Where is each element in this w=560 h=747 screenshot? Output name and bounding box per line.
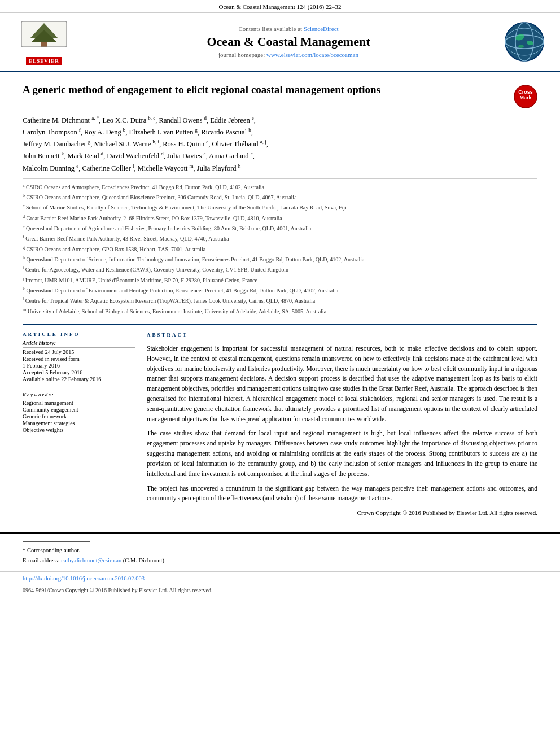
keywords-section: Keywords: Regional management Community … — [23, 388, 135, 433]
affiliation-m: m University of Adelaide, School of Biol… — [23, 307, 537, 316]
abstract-para-3: The project has uncovered a conundrum in… — [147, 484, 537, 504]
affiliation-l: l Centre for Tropical Water & Aquatic Ec… — [23, 296, 537, 305]
affiliation-d: d Great Barrier Reef Marine Park Authori… — [23, 213, 537, 222]
crossmark-logo[interactable]: Cross Mark — [514, 85, 537, 108]
abstract-para-1: Stakeholder engagement is important for … — [147, 344, 537, 425]
article-info-title: ARTICLE INFO — [23, 331, 135, 337]
article-info-column: ARTICLE INFO Article history: Received 2… — [23, 331, 135, 522]
affiliation-k: k Queensland Department of Environment a… — [23, 286, 537, 295]
affiliation-a: a CSIRO Oceans and Atmosphere, Ecoscienc… — [23, 182, 537, 191]
affiliation-h: h Queensland Department of Science, Info… — [23, 255, 537, 264]
journal-center: Contents lists available at ScienceDirec… — [78, 25, 499, 58]
affiliation-f: f Great Barrier Reef Marine Park Authori… — [23, 234, 537, 243]
journal-header: ELSEVIER Contents lists available at Sci… — [0, 13, 560, 72]
keyword-2: Community engagement — [23, 407, 135, 413]
keyword-1: Regional management — [23, 400, 135, 406]
article-title-row: A generic method of engagement to elicit… — [23, 82, 537, 108]
abstract-para-2: The case studies show that demand for lo… — [147, 429, 537, 479]
revised-label: Received in revised form — [23, 356, 135, 362]
article-body-columns: ARTICLE INFO Article history: Received 2… — [23, 324, 537, 522]
bottom-copyright: 0964-5691/Crown Copyright © 2016 Publish… — [0, 585, 560, 596]
affiliation-e: e Queensland Department of Agriculture a… — [23, 224, 537, 233]
corresponding-email-link[interactable]: cathy.dichmont@csiro.au — [61, 557, 121, 563]
affiliation-g: g CSIRO Oceans and Atmosphere, GPO Box 1… — [23, 244, 537, 254]
journal-homepage: journal homepage: www.elsevier.com/locat… — [84, 51, 493, 58]
keyword-5: Objective weights — [23, 427, 135, 433]
journal-url-link[interactable]: www.elsevier.com/locate/ocecoaman — [266, 51, 358, 58]
svg-text:Mark: Mark — [519, 95, 532, 101]
affiliation-i: i Centre for Agroecology, Water and Resi… — [23, 265, 537, 274]
revised-date: 1 February 2016 — [23, 362, 135, 369]
received-date: Received 24 July 2015 — [23, 349, 135, 355]
doi-link[interactable]: http://dx.doi.org/10.1016/j.ocecoaman.20… — [23, 575, 145, 582]
affiliations: a CSIRO Oceans and Atmosphere, Ecoscienc… — [23, 178, 537, 316]
doi-section: http://dx.doi.org/10.1016/j.ocecoaman.20… — [0, 572, 560, 585]
top-bar: Ocean & Coastal Management 124 (2016) 22… — [0, 0, 560, 13]
contents-line: Contents lists available at ScienceDirec… — [84, 25, 493, 32]
history-label: Article history: — [23, 340, 135, 348]
affiliation-c: c School of Marine Studies, Faculty of S… — [23, 203, 537, 212]
keyword-3: Generic framework — [23, 413, 135, 420]
ocean-globe-icon — [504, 21, 545, 62]
article-title-text: A generic method of engagement to elicit… — [23, 82, 514, 97]
keyword-4: Management strategies — [23, 420, 135, 426]
elsevier-logo-area: ELSEVIER — [10, 19, 78, 65]
corresponding-author-note: * Corresponding author. — [23, 547, 537, 555]
abstract-title: ABSTRACT — [147, 331, 537, 339]
sciencedirect-link[interactable]: ScienceDirect — [304, 25, 339, 32]
affiliation-b: b CSIRO Oceans and Atmosphere, Queenslan… — [23, 193, 537, 202]
svg-point-11 — [518, 45, 524, 48]
footnotes-section: * Corresponding author. E-mail address: … — [0, 534, 560, 571]
svg-text:Cross: Cross — [518, 89, 533, 95]
footnotes-divider — [23, 541, 90, 542]
accepted-date: Accepted 5 February 2016 — [23, 369, 135, 375]
abstract-column: ABSTRACT Stakeholder engagement is impor… — [147, 331, 537, 522]
authors-list: Catherine M. Dichmont a, *, Leo X.C. Dut… — [23, 114, 537, 174]
email-note: E-mail address: cathy.dichmont@csiro.au … — [23, 557, 537, 565]
journal-logo-right — [499, 21, 550, 62]
elsevier-tree-icon — [19, 19, 69, 55]
keywords-label: Keywords: — [23, 392, 135, 397]
journal-title: Ocean & Coastal Management — [84, 34, 493, 49]
paper-container: A generic method of engagement to elicit… — [0, 72, 560, 534]
abstract-text: Stakeholder engagement is important for … — [147, 344, 537, 518]
affiliation-j: j Ifremer, UMR M101, AMURE, Unité d'Écon… — [23, 276, 537, 285]
available-date: Available online 22 February 2016 — [23, 376, 135, 382]
abstract-copyright: Crown Copyright © 2016 Published by Else… — [147, 508, 537, 518]
journal-citation: Ocean & Coastal Management 124 (2016) 22… — [219, 3, 342, 10]
elsevier-brand-text: ELSEVIER — [26, 57, 62, 65]
svg-rect-3 — [41, 42, 47, 47]
